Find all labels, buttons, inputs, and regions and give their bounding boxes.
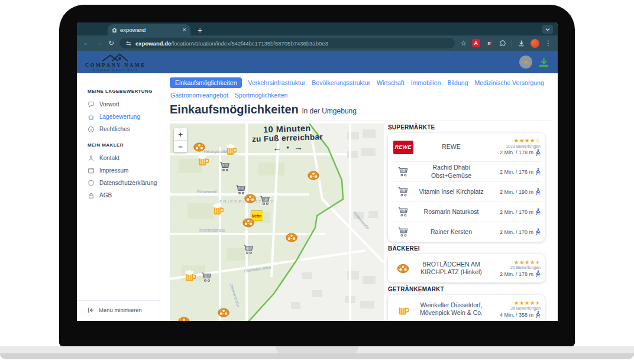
poi-meta: 2 Min. / 176 m [489,168,541,176]
right-arrow-icon: → [294,142,303,152]
site-settings-icon[interactable] [125,40,132,47]
sidebar-item-impressum[interactable]: Impressum [77,164,160,177]
map-marker-cart[interactable] [243,245,254,255]
tab-verkehrsinfrastruktur[interactable]: Verkehrsinfrastruktur [247,78,306,87]
poi-row-rainer-kersten[interactable]: Rainer Kersten2 Min. / 170 m [392,222,541,242]
poi-row-vitamin-insel-kirchplatz[interactable]: Vitamin Insel Kirchplatz2 Min. / 190 m [392,181,541,202]
theme-toggle-button[interactable] [519,56,532,69]
map-marker-beer[interactable] [198,154,209,167]
downloads-icon[interactable] [517,40,525,47]
adobe-extension-icon[interactable]: A [472,39,480,47]
beer-icon [213,207,224,217]
sidebar-item-label: Datenschutzerklärung [99,180,157,186]
roof-logo-icon [99,53,131,62]
info-icon [88,126,95,133]
map-marker-pretzel[interactable] [178,317,190,321]
tab-einkaufsmöglichkeiten[interactable]: Einkaufsmöglichkeiten [170,77,242,88]
walking-icon [535,208,541,216]
profile-avatar[interactable] [531,39,539,48]
cart-icon [219,164,231,174]
map-marker-beer[interactable] [226,144,237,156]
zoom-out-button[interactable]: − [174,140,187,152]
sidebar-item-label: Vorwort [99,101,119,108]
map-zoom-control: + − [174,128,187,152]
map-marker-cart[interactable] [219,162,231,172]
map-marker-pretzel[interactable] [286,233,298,243]
sidebar-item-label: Kontakt [99,155,119,161]
walking-icon [535,311,541,318]
map-marker-beer[interactable] [213,203,224,216]
browser-tab[interactable]: expowand × [108,24,190,35]
download-report-button[interactable] [538,57,549,67]
url-path: /locationValuation/index/542f44bc17135bf… [171,40,328,47]
star-half-icon: ★ [535,259,541,265]
new-tab-button[interactable]: + [198,26,202,34]
tab-title: expowand [120,27,180,33]
reload-button[interactable]: ↻ [108,39,114,47]
poi-row-rachid-dhabi-obst-gemüse[interactable]: Rachid Dhabi Obst+Gemüse2 Min. / 176 m [392,161,541,181]
walking-icon [535,228,541,236]
pretzel-icon [286,235,298,245]
collapse-arrow-icon [88,307,95,313]
sidebar-minimize-button[interactable]: Menü minimieren [77,300,160,321]
sidebar-item-datenschutzerklärung[interactable]: Datenschutzerklärung [77,177,160,189]
tab-bildung[interactable]: Bildung [447,78,468,87]
star-empty-icon: ☆ [535,137,541,144]
bookmark-star-icon[interactable]: ☆ [460,40,467,47]
map-marker-cart[interactable] [260,196,271,206]
cart-icon [392,167,414,177]
tab-gastronomieangebot[interactable]: Gastronomieangebot [170,90,229,100]
sidebar-item-rechtliches[interactable]: Rechtliches [77,123,160,135]
section-title-bäckerei: BÄCKEREI [388,245,545,252]
walking-icon [535,168,541,176]
pretzel-icon [242,220,255,230]
extensions-puzzle-icon[interactable] [499,40,506,47]
star-full-icon: ★ [514,137,519,144]
rewe-logo: REWE [393,141,413,154]
map-marker-pretzel[interactable] [193,142,206,152]
map-marker-pretzel[interactable] [242,218,255,228]
tab-immobilien[interactable]: Immobilien [410,78,442,87]
street-label: Zimmerstraße [229,283,241,307]
tab-wirtschaft[interactable]: Wirtschaft [376,78,405,87]
tab-bevölkerungsstruktur[interactable]: Bevölkerungsstruktur [311,78,371,87]
poi-meta: ★★★★☆1023 Bewertungen2 Min. / 178 m [489,138,541,157]
star-full-icon: ★ [514,300,519,306]
menu-dots-icon[interactable]: ⋮ [545,40,552,47]
star-full-icon: ★ [519,300,525,306]
pretzel-icon [392,264,414,274]
map-marker-pretzel[interactable] [244,194,257,204]
tab-medizinische-versorgung[interactable]: Medizinische Versorgung [474,78,544,87]
poi-name: Rosmarin Naturkost [414,208,489,216]
map-marker-cart[interactable] [201,272,212,282]
cart-icon [243,246,254,256]
sidebar-item-vorwort[interactable]: Vorwort [77,98,160,110]
sidebar-item-kontakt[interactable]: Kontakt [77,152,160,164]
tab-close-icon[interactable]: × [183,27,186,33]
map-marker-pretzel[interactable] [218,308,230,318]
map-marker-pretzel[interactable] [308,171,320,181]
zoom-in-button[interactable]: + [174,128,187,140]
poi-row-weinkeller-düsseldorf-mövenpick-wein-co-[interactable]: Weinkeller Düsseldorf, Mövenpick Wein & … [392,295,541,321]
app-body: MEINE LAGEBEWERTUNGVorwortLagebewertungR… [77,73,558,321]
poi-row-rewe[interactable]: REWEREWE★★★★☆1023 Bewertungen2 Min. / 17… [392,133,541,161]
poi-row-brotlädchen-am-kirchplatz-hinkel-[interactable]: BROTLÄDCHEN AM KIRCHPLATZ (Hinkel)★★★★★2… [392,254,541,282]
pretzel-icon [178,318,190,321]
page-subtitle: in der Umgebung [302,107,357,115]
poi-row-rosmarin-naturkost[interactable]: Rosmarin Naturkost2 Min. / 170 m [392,202,541,222]
map[interactable]: HerzogstraßeFürstenwallFRIEDRICHSTADTKir… [170,124,384,321]
forward-button[interactable]: → [96,40,103,47]
tab-search-button[interactable] [542,25,553,34]
cart-icon [392,227,414,237]
fr-extension-icon[interactable]: fr [486,39,494,47]
back-button[interactable]: ← [83,40,90,47]
map-marker-beer[interactable] [185,270,196,282]
address-bar[interactable]: expowand.de/locationValuation/index/542f… [119,38,455,48]
sun-icon [522,58,530,66]
tab-sportmöglichkeiten[interactable]: Sportmöglichkeiten [234,90,288,100]
laptop-base-edge [0,353,634,359]
sidebar-item-lagebewertung[interactable]: Lagebewertung [77,110,160,123]
distance-text: 2 Min. / 170 m [500,209,533,215]
sidebar-item-agb[interactable]: AGB [77,189,160,202]
sidebar-item-label: Lagebewertung [99,113,140,120]
